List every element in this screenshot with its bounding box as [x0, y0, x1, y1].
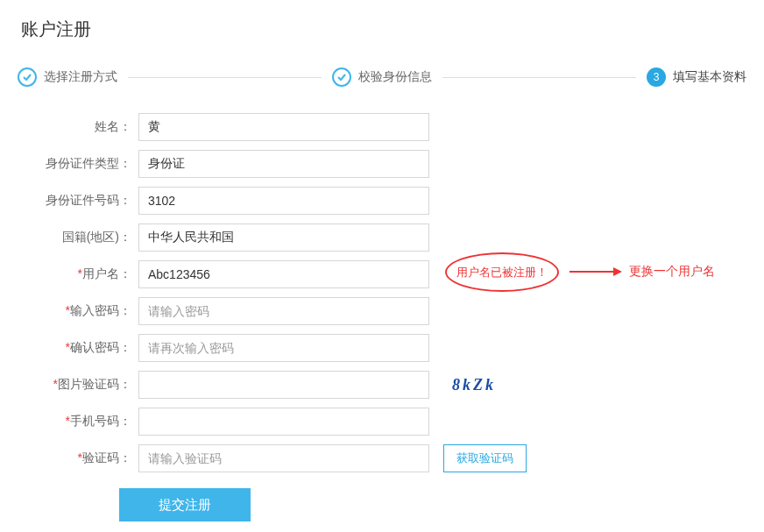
row-idtype: 身份证件类型： — [25, 150, 764, 178]
nation-input[interactable] — [138, 223, 429, 252]
row-smscode: *验证码： 获取验证码 — [25, 444, 764, 472]
smscode-input[interactable] — [138, 444, 429, 472]
step-1: 选择注册方式 — [18, 67, 117, 87]
row-password: *输入密码： — [25, 297, 764, 325]
label-username: *用户名： — [25, 266, 138, 282]
row-nation: 国籍(地区)： — [25, 223, 764, 252]
row-username: *用户名： — [25, 260, 764, 288]
label-captcha: *图片验证码： — [25, 377, 138, 393]
steps-indicator: 选择注册方式 校验身份信息 3 填写基本资料 — [0, 59, 764, 113]
row-name: 姓名： — [25, 113, 764, 141]
name-input[interactable] — [138, 113, 429, 141]
submit-button[interactable]: 提交注册 — [119, 488, 251, 521]
captcha-input[interactable] — [138, 371, 429, 399]
label-name: 姓名： — [25, 119, 138, 135]
label-phone: *手机号码： — [25, 414, 138, 429]
check-icon — [332, 67, 351, 87]
step-1-label: 选择注册方式 — [44, 69, 117, 85]
step-2-label: 校验身份信息 — [358, 69, 432, 85]
label-idno: 身份证件号码： — [25, 193, 138, 209]
page-title: 账户注册 — [0, 0, 764, 59]
step-2: 校验身份信息 — [332, 67, 432, 87]
registration-form: 姓名： 身份证件类型： 身份证件号码： 国籍(地区)： *用户名： *输入密码：… — [0, 113, 764, 521]
row-idno: 身份证件号码： — [25, 187, 764, 215]
idno-input[interactable] — [138, 187, 429, 215]
step-3-label: 填写基本资料 — [673, 69, 746, 85]
label-smscode: *验证码： — [25, 450, 138, 466]
check-icon — [18, 67, 37, 87]
label-confirm: *确认密码： — [25, 340, 138, 356]
step-3: 3 填写基本资料 — [647, 67, 746, 87]
username-input[interactable] — [138, 260, 429, 288]
row-confirm: *确认密码： — [25, 334, 764, 362]
step-connector — [442, 77, 636, 78]
row-phone: *手机号码： — [25, 408, 764, 436]
step-number-icon: 3 — [647, 67, 666, 87]
get-verify-code-button[interactable]: 获取验证码 — [443, 444, 527, 472]
confirm-password-input[interactable] — [138, 334, 429, 362]
label-password: *输入密码： — [25, 303, 138, 319]
idtype-input[interactable] — [138, 150, 429, 178]
captcha-image[interactable]: 8kZk — [443, 372, 505, 398]
password-input[interactable] — [138, 297, 429, 325]
step-connector — [128, 77, 322, 78]
label-idtype: 身份证件类型： — [25, 156, 138, 172]
phone-input[interactable] — [138, 408, 429, 436]
label-nation: 国籍(地区)： — [25, 230, 138, 245]
row-captcha: *图片验证码： 8kZk — [25, 371, 764, 399]
